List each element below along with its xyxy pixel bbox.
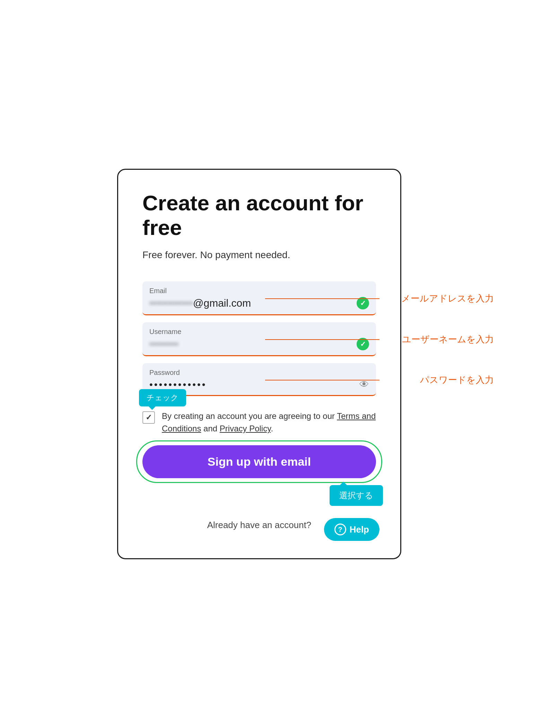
signup-button-wrapper: Sign up with email 選択する — [142, 445, 376, 478]
username-label: Username — [149, 328, 369, 336]
terms-text: By creating an account you are agreeing … — [162, 410, 376, 435]
password-value: •••••••••••• — [149, 379, 207, 390]
email-value: ••••••••••••@gmail.com — [149, 297, 251, 309]
password-annotation-line — [265, 380, 379, 380]
terms-text-before: By creating an account you are agreeing … — [162, 411, 337, 421]
terms-text-after: . — [271, 424, 273, 433]
password-value-row: •••••••••••• 👁 — [149, 379, 369, 390]
signup-card: Create an account for free Free forever.… — [117, 169, 401, 560]
email-label: Email — [149, 287, 369, 295]
terms-section: チェック By creating an account you are agre… — [142, 410, 376, 435]
eye-icon[interactable]: 👁 — [359, 379, 369, 390]
tooltip-check: チェック — [139, 389, 186, 406]
password-annotation: パスワードを入力 — [420, 374, 494, 386]
terms-text-middle: and — [201, 424, 219, 433]
username-field-group: Username •••••••• ユーザーネームを入力 — [142, 322, 376, 356]
terms-checkbox[interactable] — [142, 411, 155, 424]
help-label: Help — [350, 524, 369, 535]
email-annotation-line — [265, 298, 379, 299]
subtitle: Free forever. No payment needed. — [142, 249, 376, 261]
email-blurred: •••••••••••• — [149, 297, 193, 309]
terms-link-2[interactable]: Privacy Policy — [220, 424, 271, 433]
password-label: Password — [149, 369, 369, 377]
page-title: Create an account for free — [142, 191, 376, 240]
page-background: Create an account for free Free forever.… — [0, 0, 560, 728]
username-annotation: ユーザーネームを入力 — [402, 333, 494, 345]
help-button[interactable]: ? Help — [324, 518, 379, 541]
tooltip-select: 選択する — [330, 485, 383, 506]
signup-button[interactable]: Sign up with email — [142, 445, 376, 478]
username-annotation-line — [265, 339, 379, 340]
help-circle-icon: ? — [334, 524, 346, 535]
username-value: •••••••• — [149, 338, 178, 350]
email-annotation: メールアドレスを入力 — [401, 292, 494, 305]
email-field-group: Email ••••••••••••@gmail.com メールアドレスを入力 — [142, 281, 376, 315]
